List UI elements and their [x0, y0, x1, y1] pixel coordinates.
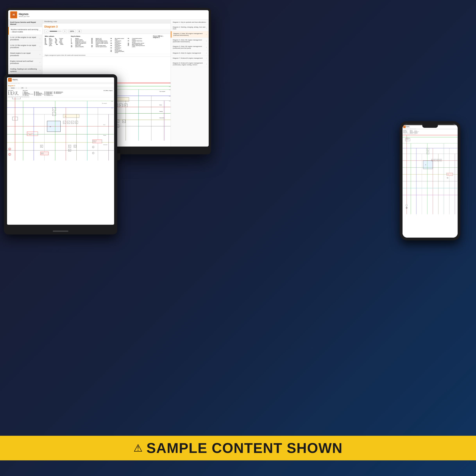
breadcrumb-section: Diagr: [18, 83, 20, 84]
phone-notch: [422, 124, 438, 128]
ipad-wiring-svg: F8 F20 F9 E1 Various locations,: [7, 98, 114, 160]
diagram-list-item-2[interactable]: Diagram 2: Starting, charging, airbag, h…: [171, 25, 209, 31]
wire-colours-title: Wire colours: [45, 35, 63, 37]
phone-haynes-brand: Haynes shows you how: [406, 126, 410, 128]
svg-text:Br/Sur: Br/Sur: [111, 108, 113, 108]
chevron-icon-1: ›: [40, 30, 40, 32]
diagram-title: Diagram 3: [42, 23, 170, 29]
brand-name: Haynes: [19, 13, 30, 16]
ipad-zoom-level: 160%: [20, 87, 24, 89]
ipad-zoom-in[interactable]: +: [18, 87, 20, 89]
sidebar-item-1[interactable]: Routine maintenance and servicing – dies…: [8, 27, 42, 35]
svg-text:Ws/Bl: Ws/Bl: [169, 89, 170, 90]
svg-text:Instruments: Instruments: [159, 118, 165, 119]
ipad-haynes-logo: H: [8, 78, 12, 82]
ipad-app-header: H Haynes shows you how: [7, 77, 114, 82]
sample-banner: ⚠ SAMPLE CONTENT SHOWN: [0, 436, 476, 460]
ipad-home-bar: [53, 231, 68, 232]
svg-text:E1: E1: [425, 165, 426, 165]
diagram-list-item-3[interactable]: Diagram 3: Zetec SE engine management (m…: [171, 31, 209, 38]
diagram-list-item-8[interactable]: Diagram 8: Endura-DI engine management (…: [171, 61, 209, 67]
svg-text:Arrow Gb: Arrow Gb: [93, 142, 96, 142]
svg-text:Heating: Heating: [159, 111, 163, 112]
diagram-list-item-6[interactable]: Diagram 6: Zetec E engine management ›: [171, 51, 209, 56]
svg-rect-146: [40, 152, 49, 155]
ipad-screen: H Haynes shows you how Ford Focus Servic…: [7, 77, 114, 225]
phone-diagram-header: Wire colours Bl Blue Or Orange Br Brown …: [403, 130, 458, 134]
diagram-chevron-1: ›: [206, 21, 207, 23]
svg-text:F18: F18: [65, 116, 66, 117]
ipad-main-content: Diagram 3 − + 160% ⊡ Wire colours: [7, 84, 114, 224]
ipad-breadcrumb: Ford Focus Service and › Diagr: [7, 82, 114, 84]
chevron-icon-3: ›: [40, 45, 40, 48]
diagram-list-item-5[interactable]: Diagram 5: Zetec SE engine management (c…: [171, 44, 209, 51]
svg-text:38: 38: [435, 160, 435, 161]
phone-screen: 9:41 ●●● WiFi ■ H Haynes shows you how: [403, 124, 458, 238]
sidebar-item-3[interactable]: 1.8 & 2.0 litre engine in-car repair pro…: [8, 43, 42, 51]
zoom-out-button[interactable]: −: [44, 30, 48, 33]
svg-text:H: H: [404, 126, 405, 127]
diagram-header: Wire colours BlBlueOrOrange BrBrownPkPin…: [42, 34, 170, 54]
chevron-icon-2: ›: [40, 37, 40, 40]
ipad-brand-tagline: shows you how: [13, 80, 18, 81]
svg-text:Diagram 15,: Diagram 15,: [93, 140, 97, 141]
diagram-chevron-5: ›: [206, 46, 207, 49]
sidebar-item-2[interactable]: 1.4 & 1.6 litre engine in-car repair pro…: [8, 35, 42, 43]
fit-button[interactable]: ⊡: [77, 30, 82, 33]
ipad-wire-colours: Wire colours BlBlueOrOrange BrBrownPkPin…: [8, 90, 19, 96]
phone-time: 9:41: [403, 124, 405, 125]
phone-device: 9:41 ●●● WiFi ■ H Haynes shows you how: [400, 121, 460, 240]
ipad-key-title: Key to items: [23, 90, 63, 91]
sidebar-item-4[interactable]: Diesel engine in-car repair procedures ›: [8, 51, 42, 58]
diagram-chevron-8: ›: [206, 63, 207, 65]
svg-text:40: 40: [76, 122, 77, 123]
phone-main-content: Wire colours Bl Blue Or Orange Br Brown …: [403, 130, 458, 238]
sample-text: SAMPLE CONTENT SHOWN: [147, 440, 343, 456]
diagram-list-item-4[interactable]: Diagram 4: Zetec SE engine management (a…: [171, 38, 209, 44]
zoom-level: 160%: [68, 30, 76, 33]
svg-rect-157: [93, 140, 102, 143]
svg-text:Arrow L: Arrow L: [29, 134, 32, 135]
svg-text:39: 39: [437, 160, 438, 161]
svg-text:9: 9: [447, 177, 448, 178]
svg-text:9: 9: [93, 153, 93, 153]
haynes-logo: H: [10, 11, 17, 18]
chevron-icon-5: ›: [40, 61, 40, 64]
svg-text:37: 37: [432, 160, 433, 161]
svg-text:Gn/Ws: Gn/Ws: [169, 83, 170, 84]
ipad-key-items: Key to items 1 Battery 2 Ignition switch…: [23, 90, 63, 96]
svg-text:Br/Sur: Br/Sur: [169, 96, 170, 97]
ipad-diagram-header: Wire colours BlBlueOrOrange BrBrownPkPin…: [7, 89, 114, 96]
svg-text:41: 41: [69, 146, 70, 147]
ipad-fit[interactable]: ⊡: [25, 87, 27, 89]
sidebar-item-6[interactable]: Cooling, heating & air conditioning syst…: [8, 67, 42, 74]
svg-text:40: 40: [440, 160, 441, 161]
breadcrumb-sep: ›: [17, 83, 17, 84]
wire-colours-box: Wire colours BlBlueOrOrange BrBrownPkPin…: [45, 35, 63, 53]
diagram-chevron-2: ›: [206, 27, 207, 29]
svg-text:Sw/Or: Sw/Or: [169, 86, 170, 87]
app-header: H Haynes shows you how: [8, 10, 209, 20]
svg-text:Diagram 15,: Diagram 15,: [447, 174, 450, 174]
svg-text:H: H: [13, 13, 15, 16]
svg-text:H: H: [9, 79, 10, 81]
zoom-in-button[interactable]: +: [63, 30, 67, 33]
ipad-focus-title: Focus 1998 on – Diagram c: [103, 90, 113, 96]
svg-text:27: 27: [15, 119, 16, 119]
haynes-app-phone: 9:41 ●●● WiFi ■ H Haynes shows you how: [403, 124, 458, 238]
ipad-diagram-title: Diagram 3: [7, 84, 114, 87]
svg-text:42: 42: [123, 121, 124, 122]
ipad-zoom-out[interactable]: −: [8, 87, 10, 89]
svg-text:F8: F8: [406, 139, 407, 140]
sidebar-item-5[interactable]: Engine removal and overhaul procedures ›: [8, 59, 42, 67]
content-header: Rendering: Auto: [42, 20, 170, 23]
svg-text:Various locations,: Various locations,: [28, 133, 34, 134]
svg-text:Arrow Cb: Arrow Cb: [41, 153, 44, 154]
svg-text:Heating: Heating: [103, 135, 106, 136]
svg-text:Arrow Gb: Arrow Gb: [447, 174, 449, 175]
ipad-wiring-svg-area: F8 F20 F9 E1 Various locations,: [7, 98, 114, 161]
diagram-list-item-7[interactable]: Diagram 7: Endura-DI engine management ›: [171, 56, 209, 61]
diagram-list-item-1[interactable]: Diagram 1: Key to symbols and fuse alloc…: [171, 20, 209, 25]
engine-label: Engine management system Zetec SE models…: [42, 54, 170, 56]
chevron-icon-4: ›: [40, 53, 40, 56]
